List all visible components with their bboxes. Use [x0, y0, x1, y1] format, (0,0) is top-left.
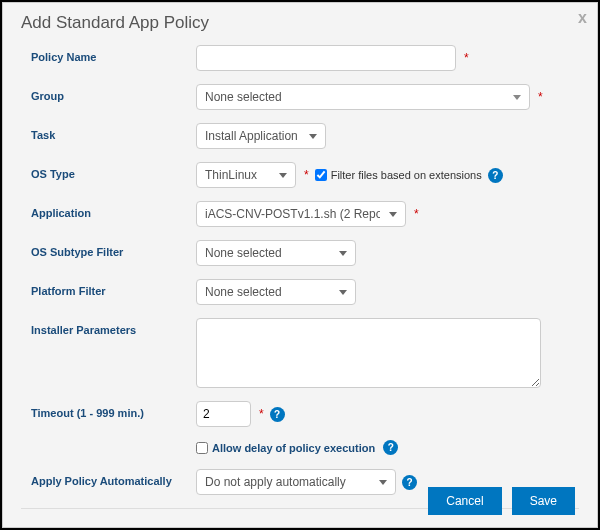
os-type-value: ThinLinux: [205, 168, 257, 182]
platform-value: None selected: [205, 285, 282, 299]
group-select-value: None selected: [205, 90, 282, 104]
cancel-button[interactable]: Cancel: [428, 487, 501, 515]
filter-files-checkbox[interactable]: [315, 169, 327, 181]
required-marker: *: [538, 90, 543, 104]
label-os-subtype: OS Subtype Filter: [31, 240, 196, 258]
allow-delay-checkbox-wrap[interactable]: Allow delay of policy execution: [196, 442, 375, 454]
platform-select[interactable]: None selected: [196, 279, 356, 305]
label-group: Group: [31, 84, 196, 102]
form-body: Policy Name * Group None selected * Task: [3, 41, 597, 495]
chevron-down-icon: [389, 212, 397, 217]
os-type-select[interactable]: ThinLinux: [196, 162, 296, 188]
label-platform: Platform Filter: [31, 279, 196, 297]
label-task: Task: [31, 123, 196, 141]
chevron-down-icon: [279, 173, 287, 178]
required-marker: *: [304, 168, 309, 182]
help-icon[interactable]: ?: [383, 440, 398, 455]
allow-delay-checkbox[interactable]: [196, 442, 208, 454]
chevron-down-icon: [309, 134, 317, 139]
close-icon[interactable]: x: [578, 9, 587, 27]
label-installer-params: Installer Parameters: [31, 318, 196, 336]
required-marker: *: [464, 51, 469, 65]
required-marker: *: [259, 407, 264, 421]
group-select[interactable]: None selected: [196, 84, 530, 110]
task-select-value: Install Application: [205, 129, 298, 143]
os-subtype-value: None selected: [205, 246, 282, 260]
label-os-type: OS Type: [31, 162, 196, 180]
dialog-title: Add Standard App Policy: [3, 3, 597, 41]
help-icon[interactable]: ?: [402, 475, 417, 490]
apply-policy-select[interactable]: Do not apply automatically: [196, 469, 396, 495]
help-icon[interactable]: ?: [488, 168, 503, 183]
chevron-down-icon: [339, 290, 347, 295]
task-select[interactable]: Install Application: [196, 123, 326, 149]
chevron-down-icon: [339, 251, 347, 256]
policy-name-input[interactable]: [196, 45, 456, 71]
allow-delay-label: Allow delay of policy execution: [212, 442, 375, 454]
help-icon[interactable]: ?: [270, 407, 285, 422]
label-timeout: Timeout (1 - 999 min.): [31, 401, 196, 419]
chevron-down-icon: [513, 95, 521, 100]
required-marker: *: [414, 207, 419, 221]
filter-files-checkbox-wrap[interactable]: Filter files based on extensions: [315, 169, 482, 181]
label-apply-policy: Apply Policy Automatically: [31, 469, 196, 487]
filter-files-label: Filter files based on extensions: [331, 169, 482, 181]
label-policy-name: Policy Name: [31, 45, 196, 63]
apply-policy-value: Do not apply automatically: [205, 475, 346, 489]
save-button[interactable]: Save: [512, 487, 575, 515]
label-application: Application: [31, 201, 196, 219]
add-app-policy-dialog: x Add Standard App Policy Policy Name * …: [2, 2, 598, 528]
installer-params-textarea[interactable]: [196, 318, 541, 388]
os-subtype-select[interactable]: None selected: [196, 240, 356, 266]
application-value: iACS-CNV-POSTv1.1.sh (2 Reposi: [205, 207, 380, 221]
chevron-down-icon: [379, 480, 387, 485]
application-select[interactable]: iACS-CNV-POSTv1.1.sh (2 Reposi: [196, 201, 406, 227]
dialog-footer: Cancel Save: [428, 487, 575, 515]
timeout-input[interactable]: [196, 401, 251, 427]
